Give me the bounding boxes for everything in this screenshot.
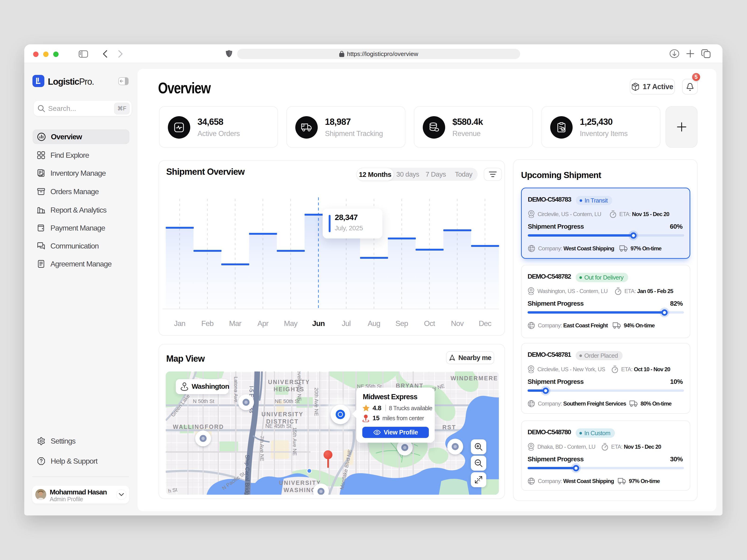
svg-text:Aug: Aug — [368, 319, 380, 328]
svg-text:Oct: Oct — [424, 319, 435, 328]
svg-text:Dec: Dec — [479, 319, 492, 328]
svg-text:May: May — [284, 319, 298, 328]
svg-text:Jul: Jul — [342, 319, 351, 328]
svg-text:Jan: Jan — [174, 319, 185, 328]
svg-text:Sep: Sep — [395, 319, 408, 328]
svg-text:Mar: Mar — [229, 319, 241, 328]
svg-text:Nov: Nov — [451, 319, 464, 328]
svg-text:Feb: Feb — [201, 319, 213, 328]
svg-text:Jun: Jun — [312, 319, 325, 328]
svg-text:Apr: Apr — [257, 319, 269, 328]
